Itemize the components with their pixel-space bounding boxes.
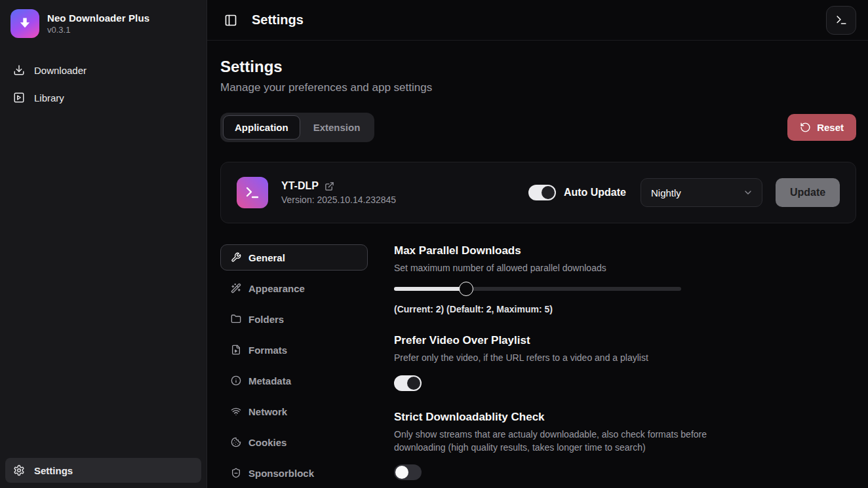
max-parallel-slider[interactable] <box>394 281 681 297</box>
shield-minus-icon <box>231 468 241 478</box>
settings-nav-label: Sponsorblock <box>248 468 314 479</box>
tab-group: Application Extension <box>220 113 374 142</box>
tabs-row: Application Extension Reset <box>220 113 856 142</box>
settings-grid: General Appearance Folders <box>220 244 856 486</box>
page-title: Settings <box>220 58 856 76</box>
app-brand: Neo Downloader Plus v0.3.1 <box>5 9 201 38</box>
topbar: Settings <box>207 0 868 41</box>
setting-title: Prefer Video Over Playlist <box>394 334 856 347</box>
update-button[interactable]: Update <box>776 178 840 207</box>
app-name: Neo Downloader Plus <box>47 12 149 24</box>
cookie-icon <box>231 437 241 447</box>
slider-fill <box>394 287 466 291</box>
setting-title: Strict Downloadablity Check <box>394 411 856 424</box>
settings-nav: General Appearance Folders <box>220 244 368 486</box>
settings-nav-label: General <box>248 252 285 263</box>
wand-sparkles-icon <box>231 283 241 293</box>
auto-update-label: Auto Update <box>564 187 626 198</box>
setting-description: Prefer only the video, if the URL refers… <box>394 351 735 364</box>
panel-left-icon <box>224 14 237 27</box>
app-brand-text: Neo Downloader Plus v0.3.1 <box>47 12 149 35</box>
sidebar-item-settings[interactable]: Settings <box>5 458 201 483</box>
setting-strict-check: Strict Downloadablity Check Only show st… <box>394 411 856 481</box>
auto-update-toggle[interactable] <box>528 185 556 200</box>
wifi-icon <box>231 406 241 417</box>
setting-description: Set maximum number of allowed parallel d… <box>394 261 735 274</box>
setting-description: Only show streams that are actualy downl… <box>394 428 735 455</box>
terminal-icon <box>835 14 848 26</box>
sidebar-item-library[interactable]: Library <box>5 85 201 110</box>
settings-nav-formats[interactable]: Formats <box>220 337 368 363</box>
sidebar-item-downloader[interactable]: Downloader <box>5 58 201 83</box>
sidebar-item-label: Settings <box>34 465 73 476</box>
main-area: Settings Settings Manage your preference… <box>207 0 868 488</box>
settings-nav-label: Metadata <box>248 375 291 386</box>
setting-caption: (Current: 2) (Default: 2, Maximum: 5) <box>394 304 856 314</box>
settings-nav-cookies[interactable]: Cookies <box>220 429 368 455</box>
setting-prefer-video: Prefer Video Over Playlist Prefer only t… <box>394 334 856 390</box>
app-version: v0.3.1 <box>47 25 149 35</box>
setting-title: Max Parallel Downloads <box>394 244 856 257</box>
setting-max-parallel-downloads: Max Parallel Downloads Set maximum numbe… <box>394 244 856 314</box>
folder-icon <box>231 314 241 324</box>
ytdlp-card: YT-DLP Version: 2025.10.14.232845 Auto U… <box>220 162 856 223</box>
settings-nav-folders[interactable]: Folders <box>220 306 368 332</box>
tab-application[interactable]: Application <box>223 115 300 140</box>
library-icon <box>13 92 25 103</box>
prefer-video-toggle[interactable] <box>394 375 422 391</box>
rotate-ccw-icon <box>800 122 811 133</box>
ytdlp-terminal-icon <box>237 177 268 208</box>
info-icon <box>231 375 241 386</box>
reset-button[interactable]: Reset <box>787 114 856 141</box>
wrench-icon <box>231 252 241 263</box>
sidebar-toggle-button[interactable] <box>220 10 241 31</box>
download-icon <box>13 64 25 76</box>
settings-nav-metadata[interactable]: Metadata <box>220 367 368 394</box>
settings-panel: Max Parallel Downloads Set maximum numbe… <box>394 244 856 486</box>
settings-nav-network[interactable]: Network <box>220 398 368 424</box>
settings-page: Settings Manage your preferences and app… <box>207 41 868 488</box>
strict-check-toggle[interactable] <box>394 464 422 480</box>
update-channel-value: Nightly <box>651 187 681 198</box>
ytdlp-info: YT-DLP Version: 2025.10.14.232845 <box>281 180 396 205</box>
ytdlp-title: YT-DLP <box>281 180 319 192</box>
ytdlp-actions: Auto Update Nightly Update <box>528 178 840 207</box>
external-link-icon[interactable] <box>325 181 334 191</box>
gear-icon <box>13 464 25 476</box>
sidebar-item-label: Library <box>34 92 64 103</box>
settings-nav-sponsorblock[interactable]: Sponsorblock <box>220 460 368 486</box>
sidebar-item-label: Downloader <box>34 65 87 76</box>
update-channel-select[interactable]: Nightly <box>641 178 762 207</box>
topbar-title: Settings <box>252 12 304 28</box>
app-logo-icon <box>10 9 39 38</box>
reset-button-label: Reset <box>817 122 844 133</box>
settings-nav-label: Appearance <box>248 283 305 294</box>
slider-thumb[interactable] <box>459 282 473 296</box>
chevron-down-icon <box>743 187 753 198</box>
tab-extension[interactable]: Extension <box>302 115 372 140</box>
terminal-button[interactable] <box>826 6 856 35</box>
settings-nav-label: Network <box>248 406 287 417</box>
sidebar-bottom: Settings <box>5 458 201 483</box>
settings-nav-label: Folders <box>248 314 284 325</box>
settings-nav-appearance[interactable]: Appearance <box>220 275 368 301</box>
sidebar-nav: Downloader Library <box>5 58 201 110</box>
page-subtitle: Manage your preferences and app settings <box>220 81 856 94</box>
settings-nav-label: Formats <box>248 345 287 356</box>
settings-nav-label: Cookies <box>248 437 286 448</box>
sidebar: Neo Downloader Plus v0.3.1 Downloader Li… <box>0 0 207 488</box>
settings-nav-general[interactable]: General <box>220 244 368 271</box>
file-video-icon <box>231 345 241 355</box>
ytdlp-version: Version: 2025.10.14.232845 <box>281 195 396 205</box>
